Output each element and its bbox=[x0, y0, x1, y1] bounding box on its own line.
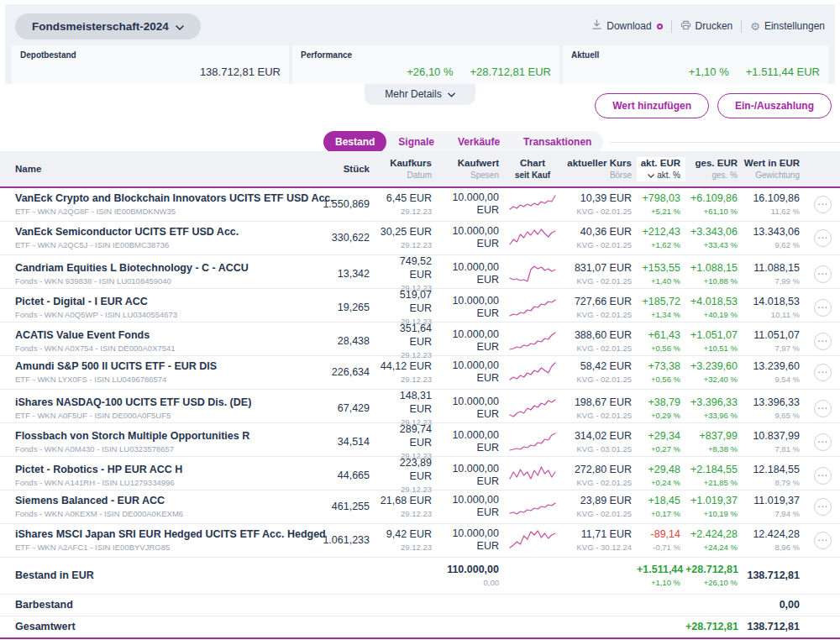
col-kaufwert[interactable]: KaufwertSpesen bbox=[437, 157, 504, 181]
sparkline-chart bbox=[504, 361, 561, 383]
shares-cell: 1.061,233 bbox=[321, 534, 375, 548]
row-menu-button[interactable]: ⋯ bbox=[814, 229, 832, 247]
fund-meta: Fonds - WKN A0X754 - ISIN DE000A0X7541 bbox=[15, 344, 318, 354]
fund-name-link[interactable]: Siemens Balanced - EUR ACC bbox=[15, 495, 318, 508]
current-price-cell: 10,39 EURKVG - 02.01.25 bbox=[561, 192, 637, 218]
download-icon bbox=[591, 19, 602, 33]
shares-cell: 28,438 bbox=[321, 335, 375, 349]
shares-cell: 19,265 bbox=[321, 302, 375, 315]
footer-label: Gesamtwert bbox=[0, 621, 321, 634]
col-name[interactable]: Name bbox=[0, 163, 321, 175]
fund-name-link[interactable]: Flossbach von Storch Multiple Opportunit… bbox=[15, 430, 318, 443]
daily-change-cell: +153,55+1,40 % bbox=[637, 262, 685, 287]
footer-ges-eur: +28.712,81 bbox=[685, 621, 743, 634]
tab-transaktionen[interactable]: Transaktionen bbox=[512, 131, 603, 153]
current-price-cell: 831,07 EURKVG - 02.01.25 bbox=[561, 262, 637, 287]
mid-zone: Mehr Details Wert hinzufügen Ein-/Auszah… bbox=[0, 84, 840, 119]
buy-value-cell: 10.000,00 EUR bbox=[437, 295, 504, 321]
header-actions: Download Drucken ⚙ Einstellungen bbox=[591, 19, 825, 33]
col-kaufkurs[interactable]: KaufkursDatum bbox=[375, 157, 437, 181]
deposit-withdraw-button[interactable]: Ein-/Auszahlung bbox=[717, 93, 832, 118]
shares-cell: 330,622 bbox=[321, 232, 375, 245]
tab-bestand[interactable]: Bestand bbox=[323, 131, 386, 153]
row-menu-button[interactable]: ⋯ bbox=[814, 364, 832, 381]
row-menu-button[interactable]: ⋯ bbox=[814, 299, 832, 317]
daily-change-cell: +798,03+5,21 % bbox=[637, 192, 685, 218]
col-wert[interactable]: Wert in EURGewichtung bbox=[743, 157, 805, 181]
value-cell: 12.184,558,79 % bbox=[743, 464, 805, 489]
total-change-cell: +3.396,33+33,96 % bbox=[685, 396, 743, 422]
fund-name-link[interactable]: VanEck Semiconductor UCITS ETF USD Acc. bbox=[15, 226, 318, 239]
table-row: iShares NASDAQ-100 UCITS ETF USD Dis. (D… bbox=[0, 390, 840, 423]
printer-icon bbox=[680, 20, 691, 33]
buy-price-cell: 351,64 EUR29.12.23 bbox=[375, 323, 437, 360]
col-stueck[interactable]: Stück bbox=[321, 163, 375, 175]
fund-meta: Fonds - WKN 939838 - ISIN LU0108459040 bbox=[15, 276, 318, 286]
fund-name-link[interactable]: Pictet - Robotics - HP EUR ACC H bbox=[15, 464, 318, 477]
value-cell: 10.837,997,81 % bbox=[743, 430, 805, 455]
print-button[interactable]: Drucken bbox=[680, 20, 733, 33]
fund-meta: ETF - WKN A2QC5J - ISIN IE00BMC38736 bbox=[15, 240, 318, 250]
current-price-cell: 58,42 EURKVG - 02.01.25 bbox=[561, 360, 637, 386]
performance-value: +28.712,81 EUR bbox=[470, 66, 551, 78]
row-menu-button[interactable]: ⋯ bbox=[814, 400, 832, 417]
total-change-cell: +6.109,86+61,10 % bbox=[685, 192, 743, 218]
row-menu-button[interactable]: ⋯ bbox=[814, 196, 832, 213]
fund-name-link[interactable]: Candriam Equities L Biotechnology - C - … bbox=[15, 262, 318, 275]
buy-price-cell: 519,07 EUR29.12.23 bbox=[375, 289, 437, 327]
fund-name-link[interactable]: iShares NASDAQ-100 UCITS ETF USD Dis. (D… bbox=[15, 396, 318, 410]
buy-value-cell: 10.000,00 EUR bbox=[437, 191, 504, 218]
more-details-button[interactable]: Mehr Details bbox=[365, 84, 475, 105]
total-change-cell: +2.424,28+24,24 % bbox=[685, 528, 743, 553]
value-cell: 11.019,377,94 % bbox=[743, 495, 805, 520]
buy-value-cell: 10.000,00 EUR bbox=[437, 527, 504, 553]
table-row: Siemens Balanced - EUR ACC Fonds - WKN A… bbox=[0, 490, 840, 524]
tab-verkaeufe[interactable]: Verkäufe bbox=[446, 131, 512, 153]
footer-label: Barbestand bbox=[0, 599, 321, 612]
table-row: Pictet - Digital - I EUR ACC Fonds - WKN… bbox=[0, 289, 840, 323]
row-menu-button[interactable]: ⋯ bbox=[814, 333, 832, 350]
row-menu-button[interactable]: ⋯ bbox=[814, 433, 832, 451]
gear-icon: ⚙ bbox=[750, 21, 760, 32]
divider bbox=[671, 20, 672, 33]
settings-button[interactable]: ⚙ Einstellungen bbox=[750, 20, 825, 32]
depot-card-value: 138.712,81 EUR bbox=[200, 66, 281, 78]
row-menu-button[interactable]: ⋯ bbox=[814, 498, 832, 516]
row-menu-button[interactable]: ⋯ bbox=[814, 532, 832, 549]
shares-cell: 44,665 bbox=[321, 470, 375, 483]
buy-price-cell: 148,31 EUR29.12.23 bbox=[375, 390, 437, 428]
fund-name-link[interactable]: Pictet - Digital - I EUR ACC bbox=[15, 296, 318, 309]
settings-label: Einstellungen bbox=[764, 20, 825, 32]
portfolio-selector[interactable]: Fondsmeisterschaft-2024 bbox=[15, 13, 201, 39]
col-aktueller-kurs[interactable]: aktueller KursBörse bbox=[561, 157, 637, 181]
fund-name-link[interactable]: VanEck Crypto and Blockchain Innovators … bbox=[15, 192, 318, 206]
daily-change-cell: +38,79+0,29 % bbox=[637, 396, 685, 422]
fund-meta: Fonds - WKN A0Q5WP - ISIN LU0340554673 bbox=[15, 310, 318, 320]
total-change-cell: +1.088,15+10,88 % bbox=[685, 262, 743, 287]
fund-name-link[interactable]: iShares MSCI Japan SRI EUR Hedged UCITS … bbox=[15, 528, 318, 542]
col-chart: Chartseit Kauf bbox=[504, 157, 561, 181]
aktuell-card-label: Aktuell bbox=[571, 50, 820, 60]
aktuell-card: Aktuell +1,10 % +1.511,44 EUR bbox=[563, 45, 828, 84]
add-value-button[interactable]: Wert hinzufügen bbox=[595, 93, 709, 118]
sparkline-chart bbox=[504, 227, 561, 249]
fund-name-link[interactable]: ACATIS Value Event Fonds bbox=[15, 329, 318, 343]
total-change-cell: +837,99+8,38 % bbox=[685, 430, 743, 455]
col-akt-eur-sorted[interactable]: akt. EUR akt. % bbox=[637, 157, 685, 181]
table-row: VanEck Crypto and Blockchain Innovators … bbox=[0, 188, 840, 222]
buy-price-cell: 30,25 EUR29.12.23 bbox=[375, 226, 437, 251]
row-menu-button[interactable]: ⋯ bbox=[814, 467, 832, 485]
tab-signale[interactable]: Signale bbox=[386, 131, 446, 153]
current-price-cell: 198,67 EURKVG - 02.01.25 bbox=[561, 396, 637, 422]
buy-value-cell: 10.000,00 EUR bbox=[437, 463, 504, 489]
holdings-table: Name Stück KaufkursDatum KaufwertSpesen … bbox=[0, 151, 840, 639]
row-menu-button[interactable]: ⋯ bbox=[814, 265, 832, 283]
depot-card: Depotbestand 138.712,81 EUR bbox=[12, 45, 289, 84]
performance-card: Performance +26,10 % +28.712,81 EUR bbox=[292, 45, 559, 84]
download-button[interactable]: Download bbox=[591, 19, 662, 33]
fund-name-link[interactable]: Amundi S&P 500 II UCITS ETF - EUR DIS bbox=[15, 360, 318, 374]
aktuell-value: +1.511,44 EUR bbox=[746, 66, 820, 78]
sparkline-chart bbox=[504, 529, 561, 551]
col-ges-eur[interactable]: ges. EURges. % bbox=[685, 157, 743, 181]
table-row: Flossbach von Storch Multiple Opportunit… bbox=[0, 423, 840, 457]
